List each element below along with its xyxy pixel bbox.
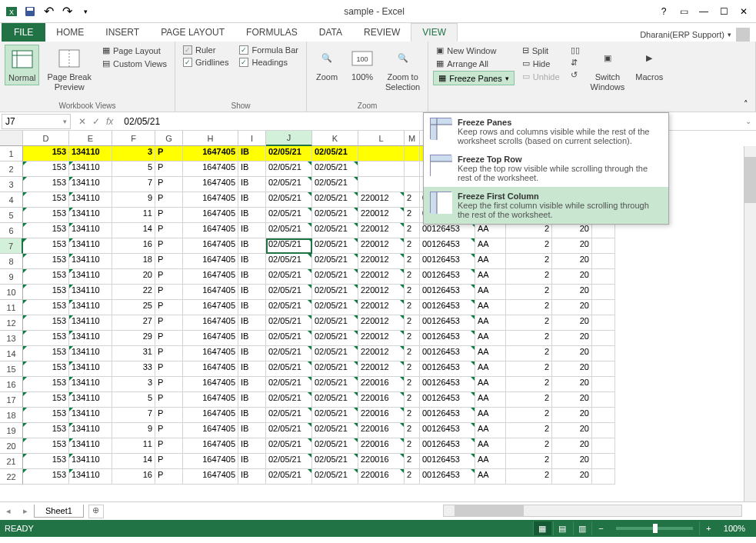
cell[interactable]: P bbox=[155, 469, 183, 485]
cell[interactable]: IB bbox=[238, 254, 266, 269]
cell[interactable]: 1647405 bbox=[183, 177, 238, 192]
cell[interactable]: AA bbox=[475, 423, 506, 438]
cell[interactable]: IB bbox=[238, 392, 266, 408]
cell[interactable]: 134110 bbox=[69, 423, 112, 438]
cell[interactable]: 00126453 bbox=[420, 346, 475, 361]
cell[interactable] bbox=[358, 162, 405, 177]
cell[interactable]: 02/05/21 bbox=[312, 285, 358, 300]
cell[interactable]: 153 bbox=[23, 346, 69, 361]
cell[interactable]: 220012 bbox=[358, 315, 405, 331]
cell[interactable] bbox=[592, 423, 615, 438]
cell[interactable]: 20 bbox=[552, 269, 592, 285]
cell[interactable]: 20 bbox=[552, 254, 592, 269]
cell[interactable]: 3 bbox=[112, 377, 155, 392]
cell[interactable] bbox=[592, 300, 615, 315]
cell[interactable]: 00126453 bbox=[420, 438, 475, 454]
cell[interactable] bbox=[592, 223, 615, 238]
cell[interactable]: 1647405 bbox=[183, 162, 238, 177]
tab-insert[interactable]: INSERT bbox=[95, 23, 150, 42]
cell[interactable]: 134110 bbox=[69, 392, 112, 408]
cell[interactable]: 153 bbox=[23, 315, 69, 331]
custom-views-button[interactable]: ▤Custom Views bbox=[99, 58, 170, 69]
cell[interactable]: IB bbox=[238, 192, 266, 208]
cell[interactable]: 220012 bbox=[358, 208, 405, 223]
cell[interactable]: 2 bbox=[506, 361, 552, 377]
cell[interactable]: 220012 bbox=[358, 223, 405, 238]
cell[interactable]: AA bbox=[475, 315, 506, 331]
cell[interactable] bbox=[592, 269, 615, 285]
cell[interactable]: 7 bbox=[112, 408, 155, 423]
cell[interactable]: IB bbox=[238, 377, 266, 392]
cell[interactable]: 2 bbox=[506, 469, 552, 485]
row-header[interactable]: 22 bbox=[0, 469, 23, 485]
column-header[interactable]: L bbox=[358, 131, 405, 146]
row-header[interactable]: 2 bbox=[0, 162, 23, 177]
vertical-scrollbar[interactable] bbox=[744, 146, 756, 501]
cell[interactable]: 02/05/21 bbox=[312, 361, 358, 377]
cell[interactable]: P bbox=[155, 208, 183, 223]
row-header[interactable]: 15 bbox=[0, 361, 23, 377]
unhide-button[interactable]: ▭Unhide bbox=[519, 71, 563, 82]
cell[interactable]: 2 bbox=[506, 223, 552, 238]
cell[interactable]: 2 bbox=[506, 454, 552, 469]
cell[interactable]: 1647405 bbox=[183, 423, 238, 438]
cell[interactable]: 02/05/21 bbox=[266, 469, 312, 485]
cell[interactable]: 02/05/21 bbox=[266, 238, 312, 254]
column-header[interactable]: E bbox=[69, 131, 112, 146]
cell[interactable]: 153 bbox=[23, 146, 69, 162]
row-header[interactable]: 14 bbox=[0, 346, 23, 361]
cell[interactable]: 2 bbox=[506, 408, 552, 423]
cell[interactable]: 2 bbox=[506, 254, 552, 269]
expand-formula-bar-icon[interactable]: ⌄ bbox=[741, 117, 756, 125]
tab-file[interactable]: FILE bbox=[2, 23, 45, 42]
cell[interactable]: 14 bbox=[112, 454, 155, 469]
cell[interactable]: AA bbox=[475, 238, 506, 254]
cell[interactable]: 2 bbox=[506, 331, 552, 346]
add-sheet-button[interactable]: ⊕ bbox=[88, 505, 104, 518]
cell[interactable]: 9 bbox=[112, 192, 155, 208]
cell[interactable]: AA bbox=[475, 377, 506, 392]
zoom-slider-thumb[interactable] bbox=[653, 524, 658, 533]
cell[interactable] bbox=[358, 146, 405, 162]
cell[interactable]: 20 bbox=[552, 377, 592, 392]
select-all-corner[interactable] bbox=[0, 131, 23, 146]
cell[interactable]: 2 bbox=[405, 469, 420, 485]
row-header[interactable]: 16 bbox=[0, 377, 23, 392]
cell[interactable]: 153 bbox=[23, 254, 69, 269]
redo-icon[interactable]: ↷ bbox=[58, 3, 75, 20]
cell[interactable] bbox=[405, 162, 420, 177]
zoom-in-button[interactable]: + bbox=[699, 521, 718, 535]
cell[interactable]: 2 bbox=[405, 285, 420, 300]
cell[interactable]: AA bbox=[475, 392, 506, 408]
row-header[interactable]: 8 bbox=[0, 254, 23, 269]
cell[interactable]: IB bbox=[238, 438, 266, 454]
cell[interactable]: 2 bbox=[405, 223, 420, 238]
cell[interactable]: 220012 bbox=[358, 238, 405, 254]
cell[interactable]: P bbox=[155, 269, 183, 285]
cell[interactable]: AA bbox=[475, 254, 506, 269]
cell[interactable]: 2 bbox=[405, 192, 420, 208]
cell[interactable]: 153 bbox=[23, 392, 69, 408]
cell[interactable]: AA bbox=[475, 331, 506, 346]
cell[interactable]: 20 bbox=[552, 469, 592, 485]
cell[interactable]: 134110 bbox=[69, 315, 112, 331]
freeze-panes-button[interactable]: ▦Freeze Panes▾ bbox=[433, 71, 514, 85]
cell[interactable]: 20 bbox=[552, 408, 592, 423]
cell[interactable]: P bbox=[155, 423, 183, 438]
cell[interactable] bbox=[592, 454, 615, 469]
cell[interactable]: 220012 bbox=[358, 285, 405, 300]
cell[interactable]: 134110 bbox=[69, 269, 112, 285]
view-side-by-side-button[interactable]: ▯▯ bbox=[568, 45, 583, 56]
cell[interactable]: 2 bbox=[506, 300, 552, 315]
row-header[interactable]: 7 bbox=[0, 238, 23, 254]
cell[interactable]: 02/05/21 bbox=[312, 162, 358, 177]
cell[interactable]: 1647405 bbox=[183, 223, 238, 238]
cell[interactable]: AA bbox=[475, 361, 506, 377]
cell[interactable]: 02/05/21 bbox=[266, 361, 312, 377]
undo-icon[interactable]: ↶ bbox=[40, 3, 57, 20]
cell[interactable] bbox=[592, 377, 615, 392]
cell[interactable]: 00126453 bbox=[420, 392, 475, 408]
cell[interactable]: 153 bbox=[23, 469, 69, 485]
cell[interactable]: 27 bbox=[112, 315, 155, 331]
maximize-button[interactable]: ☐ bbox=[714, 4, 733, 19]
